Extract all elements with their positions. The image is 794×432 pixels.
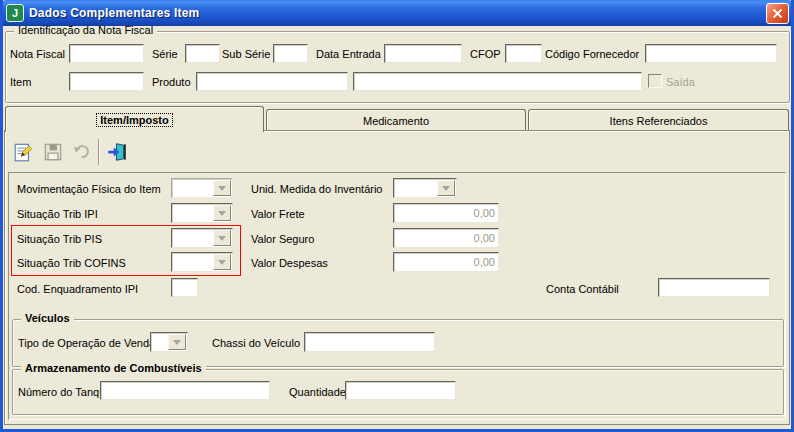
codigo-fornecedor-input[interactable] xyxy=(645,44,777,63)
close-icon xyxy=(772,8,783,19)
chassi-veiculo-label: Chassi do Veículo xyxy=(212,337,300,349)
situacao-trib-pis-label: Situação Trib PIS xyxy=(17,233,102,245)
tab-itens-referenciados[interactable]: Itens Referenciados xyxy=(528,109,789,131)
situacao-trib-cofins-label: Situação Trib COFINS xyxy=(17,257,126,269)
tab-medicamento[interactable]: Medicamento xyxy=(266,109,526,131)
serie-input[interactable] xyxy=(185,44,220,63)
tipo-operacao-venda-label: Tipo de Operação de Venda xyxy=(18,337,155,349)
tab-itens-referenciados-label: Itens Referenciados xyxy=(610,115,708,127)
sub-serie-input[interactable] xyxy=(273,44,308,63)
nota-fiscal-input[interactable] xyxy=(69,44,144,63)
valor-frete-input xyxy=(393,203,499,223)
codigo-fornecedor-label: Código Fornecedor xyxy=(545,48,639,60)
save-floppy-icon xyxy=(42,141,64,163)
window-title: Dados Complementares Item xyxy=(29,6,199,20)
situacao-trib-ipi-label: Situação Trib IPI xyxy=(17,208,98,220)
tab-control: Item/Imposto Medicamento Itens Referenci… xyxy=(4,106,790,425)
veiculos-group: Veículos Tipo de Operação de Venda Chass… xyxy=(12,319,784,367)
chevron-down-icon[interactable] xyxy=(213,254,231,270)
nota-fiscal-label: Nota Fiscal xyxy=(10,48,65,60)
combustiveis-group-title: Armazenamento de Combustíveis xyxy=(21,362,206,374)
movimentacao-fisica-label: Movimentação Física do Item xyxy=(17,183,161,195)
cfop-label: CFOP xyxy=(470,48,501,60)
app-icon: J xyxy=(6,4,24,22)
edit-button[interactable] xyxy=(10,138,38,166)
veiculos-group-title: Veículos xyxy=(21,312,74,324)
titlebar[interactable]: J Dados Complementares Item xyxy=(0,0,794,26)
conta-contabil-input[interactable] xyxy=(658,278,770,297)
unid-medida-inventario-label: Unid. Medida do Inventário xyxy=(251,183,382,195)
close-button[interactable] xyxy=(766,3,789,24)
valor-seguro-label: Valor Seguro xyxy=(251,233,314,245)
movimentacao-fisica-select xyxy=(171,178,233,198)
quantidade-label: Quantidade xyxy=(289,386,346,398)
cfop-input[interactable] xyxy=(505,44,542,63)
tab-item-imposto-label: Item/Imposto xyxy=(97,114,171,126)
edit-pencil-icon xyxy=(13,141,35,163)
saida-label: Saída xyxy=(666,76,695,88)
valor-frete-label: Valor Frete xyxy=(251,208,305,220)
chevron-down-icon[interactable] xyxy=(168,334,186,350)
exit-door-icon xyxy=(106,141,128,163)
chevron-down-icon[interactable] xyxy=(437,180,455,196)
chevron-down-icon[interactable] xyxy=(213,230,231,246)
produto-descricao-input[interactable] xyxy=(353,72,642,91)
undo-button xyxy=(68,138,96,166)
situacao-trib-cofins-select[interactable] xyxy=(171,252,233,272)
numero-tanque-input[interactable] xyxy=(100,381,270,400)
chevron-down-icon xyxy=(213,180,231,196)
nota-fiscal-group: Identificação da Nota Fiscal Nota Fiscal… xyxy=(5,31,790,103)
dialog-window: J Dados Complementares Item Identificaçã… xyxy=(0,0,794,432)
valor-despesas-label: Valor Despesas xyxy=(251,257,328,269)
unid-medida-inventario-select[interactable] xyxy=(393,178,457,198)
produto-label: Produto xyxy=(152,76,191,88)
data-entrada-label: Data Entrada xyxy=(316,48,381,60)
situacao-trib-pis-select[interactable] xyxy=(171,228,233,248)
cod-enquadramento-ipi-label: Cod. Enquadramento IPI xyxy=(17,283,138,295)
undo-arrow-icon xyxy=(71,141,93,163)
numero-tanque-label: Número do Tanque xyxy=(18,386,111,398)
quantidade-input[interactable] xyxy=(345,381,456,400)
save-button xyxy=(39,138,67,166)
chassi-veiculo-input[interactable] xyxy=(304,332,435,352)
conta-contabil-label: Conta Contábil xyxy=(546,283,619,295)
toolbar-separator xyxy=(98,139,100,165)
item-label: Item xyxy=(10,76,31,88)
tab-item-imposto[interactable]: Item/Imposto xyxy=(5,106,264,132)
item-input[interactable] xyxy=(69,72,144,91)
data-entrada-input[interactable] xyxy=(384,44,462,63)
combustiveis-group: Armazenamento de Combustíveis Número do … xyxy=(12,369,784,415)
serie-label: Série xyxy=(152,48,178,60)
item-imposto-form-panel: Movimentação Física do Item Unid. Medida… xyxy=(8,172,786,420)
situacao-trib-ipi-select[interactable] xyxy=(171,203,233,223)
chevron-down-icon[interactable] xyxy=(213,205,231,221)
saida-checkbox xyxy=(648,74,662,88)
exit-button[interactable] xyxy=(103,138,131,166)
tab-medicamento-label: Medicamento xyxy=(363,115,429,127)
produto-codigo-input[interactable] xyxy=(196,72,348,91)
valor-despesas-input xyxy=(393,252,499,272)
sub-serie-label: Sub Série xyxy=(222,48,270,60)
cod-enquadramento-ipi-input[interactable] xyxy=(171,278,198,297)
tipo-operacao-venda-select[interactable] xyxy=(150,332,188,352)
valor-seguro-input xyxy=(393,228,499,248)
